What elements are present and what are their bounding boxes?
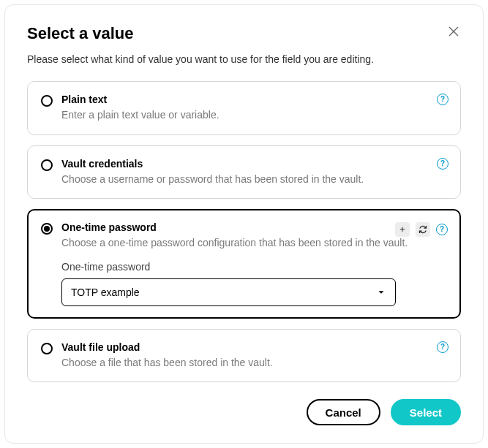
help-icon[interactable]: ? xyxy=(436,224,448,235)
option-desc: Choose a file that has been stored in th… xyxy=(61,356,447,371)
select-button[interactable]: Select xyxy=(391,399,461,425)
radio-vault-file-upload[interactable] xyxy=(41,343,53,354)
select-value-modal: Select a value Please select what kind o… xyxy=(4,4,484,444)
option-title: Vault file upload xyxy=(61,341,447,353)
plus-icon: + xyxy=(399,224,405,235)
add-button[interactable]: + xyxy=(395,222,410,237)
help-icon[interactable]: ? xyxy=(437,158,448,170)
modal-header: Select a value xyxy=(27,24,461,43)
close-icon xyxy=(448,26,459,37)
option-title: Vault credentials xyxy=(61,158,447,170)
option-desc: Enter a plain text value or variable. xyxy=(61,108,447,123)
cancel-button[interactable]: Cancel xyxy=(307,399,380,425)
option-vault-credentials[interactable]: ? Vault credentials Choose a username or… xyxy=(27,145,461,200)
otp-select[interactable]: TOTP example xyxy=(61,278,396,306)
modal-title: Select a value xyxy=(27,24,134,43)
otp-field-label: One-time password xyxy=(61,261,447,273)
modal-subtitle: Please select what kind of value you wan… xyxy=(27,53,461,65)
option-title: One-time password xyxy=(61,221,447,233)
options-list: ? Plain text Enter a plain text value or… xyxy=(27,81,461,384)
option-plain-text[interactable]: ? Plain text Enter a plain text value or… xyxy=(27,81,461,135)
modal-footer: Cancel Select xyxy=(27,399,461,425)
option-one-time-password[interactable]: + ? One-time password Choose a one-time xyxy=(27,209,461,319)
close-button[interactable] xyxy=(446,24,461,39)
refresh-button[interactable] xyxy=(416,222,430,237)
option-desc: Choose a one-time password configuration… xyxy=(61,236,447,251)
otp-select-value: TOTP example xyxy=(71,286,376,298)
help-icon[interactable]: ? xyxy=(437,94,448,105)
option-desc: Choose a username or password that has b… xyxy=(61,172,447,187)
help-icon[interactable]: ? xyxy=(437,341,448,353)
radio-vault-credentials[interactable] xyxy=(41,159,53,171)
otp-config-form: One-time password TOTP example xyxy=(61,261,447,306)
refresh-icon xyxy=(418,225,427,234)
radio-plain-text[interactable] xyxy=(41,95,53,107)
chevron-down-icon xyxy=(376,287,386,297)
radio-one-time-password[interactable] xyxy=(41,223,53,235)
option-vault-file-upload[interactable]: ? Vault file upload Choose a file that h… xyxy=(27,329,461,383)
option-title: Plain text xyxy=(61,94,447,105)
